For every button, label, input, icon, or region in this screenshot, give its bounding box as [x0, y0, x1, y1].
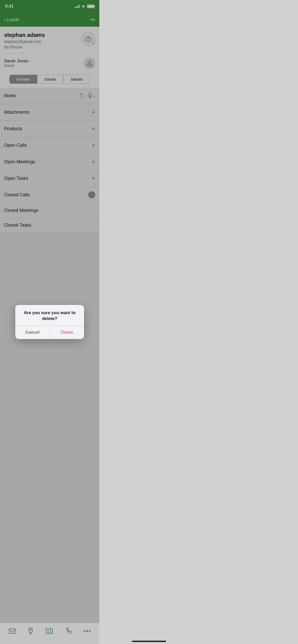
dialog-overlay: Are you sure you want to delete? Cancel … [0, 0, 99, 256]
